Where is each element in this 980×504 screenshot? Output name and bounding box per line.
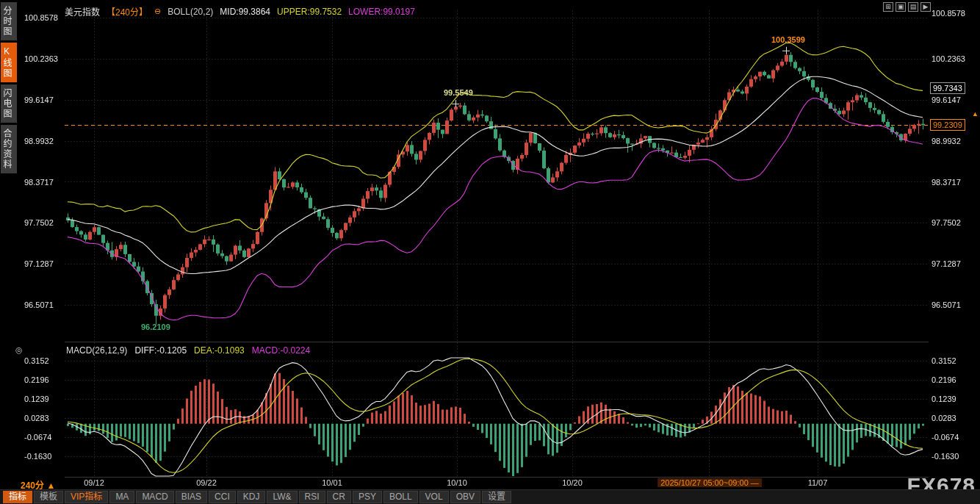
- price-tick: 98.9932: [932, 137, 961, 145]
- price-tick: 100.8578: [24, 13, 58, 22]
- macd-tick: 0.0283: [932, 414, 956, 422]
- price-tick: 97.1287: [24, 259, 54, 268]
- indicator-toolbar: 指标 模板 VIP指标 MA MACD BIAS CCI KDJ LW& RSI…: [0, 489, 980, 504]
- sidebar-item-time-chart[interactable]: 分时图: [1, 2, 17, 40]
- toolbar-tab-cci[interactable]: CCI: [209, 491, 236, 503]
- price-tick: 96.5071: [24, 300, 54, 309]
- price-tick: 98.3717: [932, 178, 961, 187]
- toolbar-tab-vol[interactable]: VOL: [419, 491, 449, 503]
- chart-type-sidebar: 分时图 K线图 闪电图 合约资料: [0, 2, 18, 173]
- macd-tick: 0.2196: [24, 375, 49, 384]
- toolbar-tab-indicator[interactable]: 指标: [3, 491, 32, 503]
- x-tick-date: 10/10: [447, 478, 467, 487]
- boll-upper-value: UPPER:99.7532: [277, 7, 342, 17]
- macd-tick: -0.0674: [932, 433, 959, 442]
- layout-split-icon[interactable]: ▣: [896, 2, 906, 12]
- macd-tick: 0.1239: [932, 395, 956, 403]
- macd-tick: -0.0674: [24, 433, 51, 442]
- toolbar-tab-template[interactable]: 模板: [34, 491, 63, 503]
- annotation-swing-high-2: 100.3599: [771, 35, 805, 44]
- price-up-arrow-icon: ▲: [972, 110, 979, 118]
- sidebar-item-kline-chart[interactable]: K线图: [1, 43, 17, 82]
- macd-title: MACD(26,12,9): [66, 345, 127, 356]
- macd-tick: 0.3152: [932, 356, 956, 365]
- toolbar-tab-obv[interactable]: OBV: [450, 491, 480, 503]
- price-tick: 100.2363: [932, 54, 965, 63]
- toolbar-tab-cr[interactable]: CR: [327, 491, 351, 503]
- toolbar-tab-kdj[interactable]: KDJ: [237, 491, 266, 503]
- x-tick-date: 09/22: [196, 478, 217, 487]
- period-label: 【240分】: [107, 5, 148, 18]
- annotation-swing-low: 96.2109: [141, 323, 170, 331]
- price-tick: 99.6147: [932, 96, 961, 104]
- toolbar-tab-rsi[interactable]: RSI: [299, 491, 325, 503]
- price-tick: 97.7502: [932, 218, 961, 227]
- toolbar-tab-ma[interactable]: MA: [109, 491, 134, 503]
- collapse-indicator-icon[interactable]: ⊖: [154, 7, 161, 16]
- x-tick-date: 09/12: [84, 478, 104, 487]
- macd-header: MACD(26,12,9) DIFF:-0.1205 DEA:-0.1093 M…: [66, 345, 310, 356]
- macd-tick: 0.3152: [24, 356, 49, 365]
- macd-tick: -0.1630: [24, 452, 51, 461]
- sidebar-item-contract-info[interactable]: 合约资料: [1, 125, 17, 173]
- macd-settings-icon[interactable]: ◎: [15, 345, 23, 355]
- toolbar-tab-boll[interactable]: BOLL: [383, 491, 418, 503]
- x-tick-date: 10/01: [322, 478, 342, 487]
- symbol-name: 美元指数: [65, 5, 100, 18]
- macd-tick: 0.0283: [24, 414, 49, 422]
- chart-header: 美元指数【240分】⊖ BOLL(20,2) MID:99.3864 UPPER…: [65, 5, 415, 18]
- annotation-swing-high-1: 99.5549: [444, 88, 473, 97]
- price-tick: 97.1287: [932, 259, 961, 268]
- macd-tick: 0.2196: [932, 375, 956, 384]
- layout-grid-icon[interactable]: ▤: [908, 2, 918, 12]
- sidebar-item-flash-chart[interactable]: 闪电图: [1, 84, 17, 123]
- window-layout-icons: ⊞ ▣ ▤ ▶: [883, 2, 931, 12]
- x-tick-date: 11/07: [808, 478, 828, 487]
- toolbar-tab-bias[interactable]: BIAS: [176, 491, 207, 503]
- price-tick: 100.2363: [24, 54, 58, 63]
- price-tick: 98.9932: [24, 137, 54, 145]
- chart-application: 美元指数【240分】⊖ BOLL(20,2) MID:99.3864 UPPER…: [0, 0, 980, 504]
- price-chart-canvas[interactable]: [0, 0, 980, 504]
- boll-label: BOLL(20,2): [167, 7, 213, 17]
- macd-tick: 0.1239: [24, 395, 49, 403]
- price-tick: 96.5071: [932, 300, 961, 309]
- toolbar-tab-settings[interactable]: 设置: [482, 491, 511, 503]
- macd-tick: -0.1630: [932, 452, 959, 461]
- macd-dea-value: DEA:-0.1093: [194, 345, 245, 356]
- x-tick-selected-datetime: 2025/10/27 05:00~09:00 —: [657, 478, 762, 487]
- price-tick: 100.8578: [932, 9, 965, 18]
- boll-lower-value: LOWER:99.0197: [348, 7, 415, 17]
- toolbar-tab-macd[interactable]: MACD: [136, 491, 173, 503]
- layout-add-icon[interactable]: ⊞: [883, 2, 893, 12]
- layout-next-icon[interactable]: ▶: [920, 2, 931, 12]
- upper-band-tag: 99.7343: [930, 82, 965, 94]
- price-tick: 99.6147: [24, 96, 54, 104]
- toolbar-tab-vip-indicator[interactable]: VIP指标: [65, 491, 108, 503]
- x-tick-date: 10/20: [562, 478, 583, 487]
- boll-mid-value: MID:99.3864: [220, 7, 270, 17]
- macd-diff-value: DIFF:-0.1205: [134, 345, 187, 356]
- price-tick: 98.3717: [24, 178, 54, 187]
- macd-macd-value: MACD:-0.0224: [252, 345, 310, 356]
- toolbar-tab-lwr[interactable]: LW&: [267, 491, 297, 503]
- last-price-tag: 99.2309: [930, 119, 965, 131]
- price-tick: 97.7502: [24, 218, 54, 227]
- toolbar-tab-psy[interactable]: PSY: [353, 491, 382, 503]
